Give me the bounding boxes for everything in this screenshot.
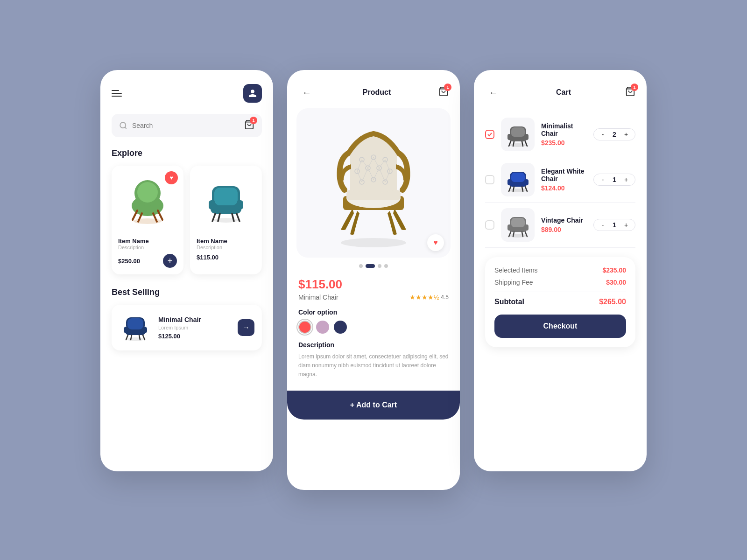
summary-divider	[494, 292, 626, 292]
arrow-button-1[interactable]: →	[238, 319, 254, 336]
dot-3[interactable]	[378, 264, 381, 268]
cart-checkbox-2[interactable]	[485, 175, 494, 184]
dot-4[interactable]	[384, 264, 388, 268]
color-swatch-navy[interactable]	[334, 321, 347, 334]
cart-icon-button[interactable]: 1	[244, 119, 254, 132]
svg-point-6	[137, 182, 158, 203]
rating-value: 4.5	[441, 294, 449, 301]
qty-control-3: - 1 +	[593, 219, 635, 231]
qty-plus-3[interactable]: +	[622, 221, 630, 229]
qty-minus-2[interactable]: -	[599, 176, 607, 183]
cart-item-price-2: $124.00	[541, 184, 587, 192]
explore-item-1-price: $250.00	[118, 258, 140, 265]
teal-chair-img	[205, 179, 247, 226]
svg-point-69	[509, 189, 526, 192]
add-to-cart-button[interactable]: + Add to Cart	[287, 391, 460, 420]
best-selling-card-1[interactable]: Minimal Chair Lorem Ipsum $125.00 →	[112, 305, 262, 350]
product-price: $115.00	[298, 277, 449, 292]
svg-rect-72	[511, 173, 525, 182]
svg-point-21	[127, 337, 144, 341]
add-button-1[interactable]: +	[163, 254, 177, 268]
qty-control-2: - 1 +	[593, 174, 635, 186]
svg-point-0	[120, 122, 126, 128]
color-swatch-red[interactable]	[298, 321, 311, 334]
cart-item-info-2: Elegant White Chair $124.00	[541, 168, 587, 192]
color-options	[298, 321, 449, 334]
svg-rect-25	[124, 327, 128, 333]
cart-header: ← Cart 1	[485, 84, 635, 101]
cart-screen: ← Cart 1	[474, 70, 647, 471]
shipping-value: $30.00	[606, 279, 626, 286]
svg-rect-16	[237, 200, 243, 210]
explore-item-2-desc: Description	[197, 245, 255, 250]
cart-item-img-1	[501, 118, 535, 151]
product-header: ← Product 1	[287, 70, 460, 108]
cart-minimalist-chair	[505, 122, 531, 147]
explore-item-1-name: Item Name	[118, 238, 177, 245]
svg-rect-73	[507, 179, 511, 185]
product-rating: ★★★★½ 4.5	[409, 294, 449, 301]
dots-indicator	[287, 264, 460, 268]
best-card-name-1: Minimal Chair	[158, 316, 231, 323]
subtotal-value: $265.00	[599, 298, 626, 306]
cart-back-button[interactable]: ←	[485, 84, 502, 101]
search-input[interactable]	[132, 122, 240, 129]
best-card-info-1: Minimal Chair Lorem Ipsum $125.00	[158, 316, 231, 340]
qty-minus-1[interactable]: -	[599, 131, 607, 138]
cart-header-badge: 1	[631, 84, 638, 91]
cart-checkbox-3[interactable]	[485, 220, 494, 230]
qty-minus-3[interactable]: -	[599, 221, 607, 229]
qty-control-1: - 2 +	[593, 128, 635, 140]
cart-item-img-2	[501, 163, 535, 196]
product-cart-button[interactable]: 1	[438, 86, 449, 98]
svg-rect-74	[525, 179, 529, 185]
avatar-button[interactable]	[243, 84, 262, 103]
cart-header-cart-button[interactable]: 1	[625, 86, 635, 98]
svg-rect-63	[507, 134, 511, 140]
qty-val-2: 1	[611, 176, 618, 183]
color-swatch-purple[interactable]	[316, 321, 329, 334]
qty-plus-2[interactable]: +	[622, 176, 630, 183]
cart-item-price-1: $235.00	[541, 139, 587, 147]
explore-title: Explore	[112, 148, 262, 158]
explore-item-1-footer: $250.00 +	[118, 254, 177, 268]
explore-card-1[interactable]: ♥	[112, 166, 183, 274]
cart-summary: Selected Items $235.00 Shipping Fee $30.…	[485, 257, 635, 347]
svg-rect-64	[525, 134, 529, 140]
cart-checkbox-1[interactable]	[485, 130, 494, 139]
shipping-label: Shipping Fee	[494, 279, 533, 286]
svg-point-79	[509, 234, 526, 238]
svg-rect-24	[127, 318, 143, 329]
best-card-img-1	[119, 311, 152, 344]
svg-rect-83	[507, 224, 511, 231]
qty-val-3: 1	[611, 221, 618, 229]
qty-plus-1[interactable]: +	[622, 131, 630, 138]
menu-icon[interactable]	[112, 90, 122, 97]
search-bar: 1	[112, 114, 262, 137]
product-title: Product	[363, 88, 391, 97]
subtotal-row: Subtotal $265.00	[494, 298, 626, 306]
explore-card-img-2	[197, 172, 255, 233]
cart-item-name-2: Elegant White Chair	[541, 168, 587, 182]
cart-vintage-chair	[505, 212, 531, 238]
dot-2[interactable]	[366, 264, 375, 268]
explore-item-2-footer: $115.00	[197, 254, 255, 261]
stars: ★★★★½	[409, 294, 439, 301]
subtotal-label: Subtotal	[494, 298, 524, 306]
dot-1[interactable]	[359, 264, 363, 268]
description-section: Description Lorem ipsum dolor sit amet, …	[298, 341, 449, 379]
svg-point-59	[509, 143, 526, 147]
best-selling-title: Best Selling	[112, 287, 262, 297]
cart-item-2: Elegant White Chair $124.00 - 1 +	[485, 157, 635, 203]
cart-item-3: Vintage Chair $89.00 - 1 +	[485, 203, 635, 248]
svg-rect-14	[214, 188, 238, 205]
checkout-button[interactable]: Checkout	[494, 315, 626, 338]
explore-card-2[interactable]: Item Name Description $115.00	[190, 166, 262, 274]
search-icon	[119, 121, 127, 130]
favorite-button-1[interactable]: ♥	[165, 171, 178, 184]
back-button[interactable]: ←	[298, 84, 315, 101]
favorite-button-product[interactable]: ♥	[427, 234, 444, 251]
green-chair-img	[124, 177, 171, 228]
explore-item-1-desc: Description	[118, 245, 177, 250]
cart-item-info-1: Minimalist Chair $235.00	[541, 122, 587, 147]
